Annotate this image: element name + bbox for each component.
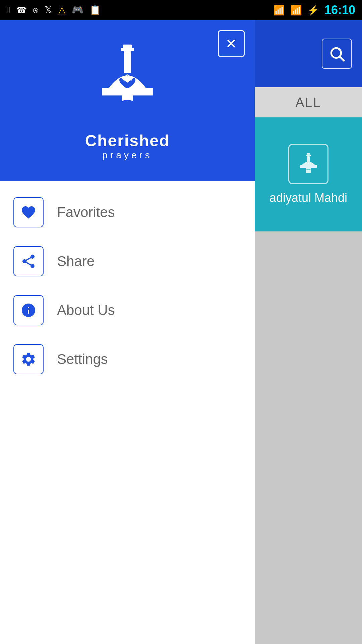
about-icon-box: [13, 295, 44, 325]
logo-prayers: prayers: [85, 150, 170, 161]
battery-icon: ⚡: [307, 5, 319, 16]
gamepad-icon: 🎮: [72, 5, 83, 15]
svg-rect-10: [306, 168, 311, 173]
svg-rect-7: [306, 155, 311, 156]
svg-rect-9: [300, 165, 317, 168]
settings-icon-box: [13, 344, 44, 374]
info-icon: [20, 302, 37, 318]
warning-icon: △: [58, 5, 66, 15]
close-icon: ✕: [226, 36, 237, 51]
svg-rect-6: [307, 153, 310, 155]
prayer-card-mahdi[interactable]: adiyatul Mahdi: [255, 117, 362, 231]
status-bar:  ☎ ⍟ 𝕏 △ 🎮 📋 📶 📶 ⚡ 16:10: [0, 0, 362, 20]
favorites-label: Favorites: [57, 204, 115, 220]
logo-cherished: Cherished: [85, 131, 170, 150]
menu-item-favorites[interactable]: Favorites: [0, 188, 255, 237]
drawer-header: ✕: [0, 20, 255, 181]
status-icons-left:  ☎ ⍟ 𝕏 △ 🎮 📋: [7, 5, 101, 15]
logo-container: Cherished prayers: [85, 41, 170, 161]
search-icon: [328, 45, 345, 62]
menu-item-about[interactable]: About Us: [0, 286, 255, 335]
close-button[interactable]: ✕: [218, 30, 245, 57]
all-tab-label: ALL: [296, 95, 321, 110]
card-icon-box: [288, 144, 328, 184]
app-logo: [90, 41, 164, 128]
facebook-icon: : [7, 5, 10, 15]
whatsapp-icon: ☎: [16, 6, 27, 14]
share-icon: [20, 253, 37, 269]
status-icons-right: 📶 📶 ⚡ 16:10: [273, 3, 355, 17]
cards-area: adiyatul Mahdi: [255, 117, 362, 644]
menu-list: Favorites Share About Us: [0, 181, 255, 390]
svg-line-5: [340, 57, 344, 60]
logo-text: Cherished prayers: [85, 131, 170, 161]
card-title: adiyatul Mahdi: [269, 191, 347, 205]
svg-rect-0: [123, 44, 132, 48]
wifi-icon: 📶: [273, 5, 285, 16]
heart-icon: [20, 204, 37, 220]
svg-rect-2: [124, 51, 131, 73]
favorites-icon-box: [13, 197, 44, 227]
svg-rect-1: [121, 48, 134, 51]
right-topbar: [255, 20, 362, 87]
clipboard-icon: 📋: [89, 5, 101, 15]
usb-icon: ⍟: [33, 5, 39, 15]
status-time: 16:10: [324, 3, 355, 17]
search-button[interactable]: [322, 39, 352, 69]
gear-icon: [20, 351, 37, 367]
svg-rect-8: [307, 156, 310, 162]
signal-icon: 📶: [290, 5, 302, 16]
mosque-icon: [297, 152, 320, 176]
settings-label: Settings: [57, 351, 108, 367]
right-panel: ALL adiyatul Mahdi: [255, 20, 362, 644]
about-label: About Us: [57, 302, 115, 318]
main-layout: ✕: [0, 20, 362, 644]
all-tab-bar[interactable]: ALL: [255, 87, 362, 117]
share-label: Share: [57, 253, 95, 269]
twitter-icon: 𝕏: [45, 5, 52, 15]
menu-item-settings[interactable]: Settings: [0, 335, 255, 384]
drawer-panel: ✕: [0, 20, 255, 644]
share-icon-box: [13, 246, 44, 276]
menu-item-share[interactable]: Share: [0, 237, 255, 286]
